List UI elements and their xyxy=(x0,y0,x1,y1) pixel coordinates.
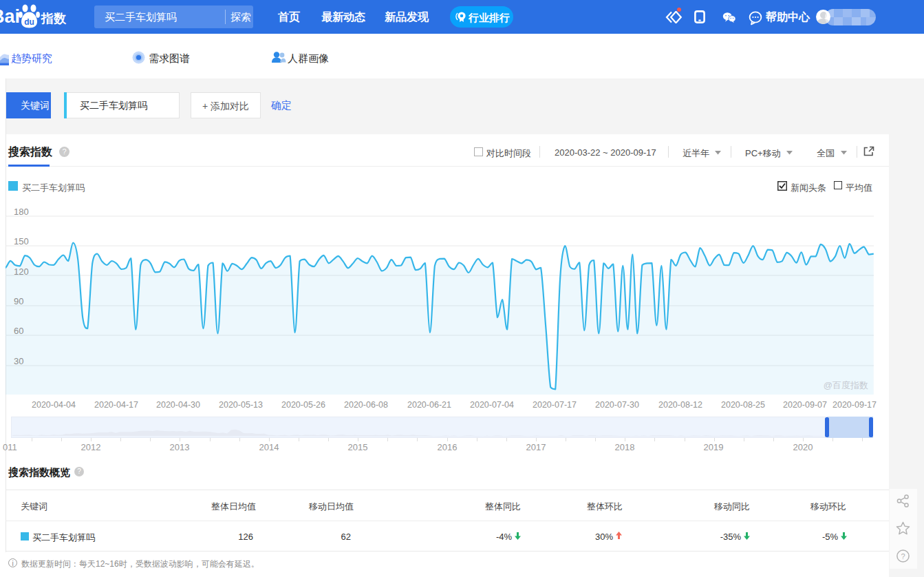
svg-text:?: ? xyxy=(901,552,905,560)
